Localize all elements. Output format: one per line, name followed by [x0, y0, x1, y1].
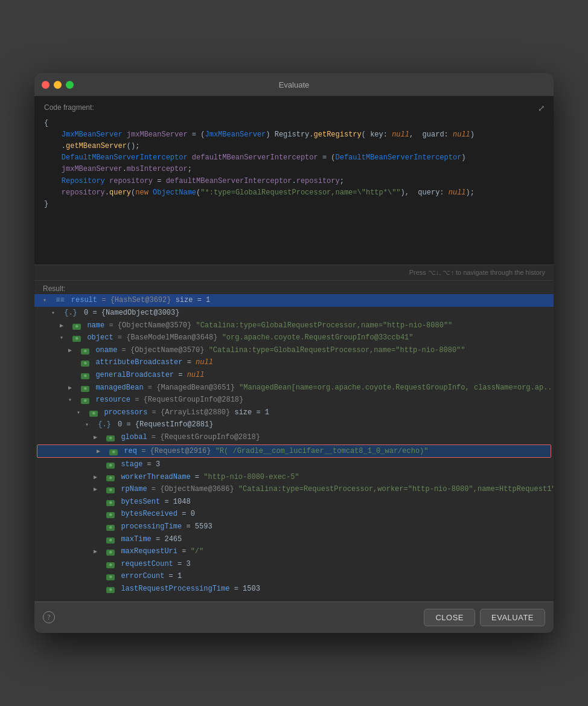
evaluate-button[interactable]: EVALUATE — [480, 609, 545, 626]
result-label: Result: — [34, 281, 554, 294]
tag-icon-mb: ⊛ — [81, 386, 89, 392]
tree-node-resource[interactable]: ▾ ⊛ resource = {RequestGroupInfo@2818} — [34, 394, 554, 406]
tree-node-req[interactable]: ▶ ⊛ req = {Request@2916} "R( /Gradle__co… — [37, 444, 551, 458]
tree-node-0[interactable]: ▾ {.} 0 = {NamedObject@3003} — [34, 307, 554, 319]
code-fragment-label: Code fragment: — [44, 102, 544, 114]
tree-node-processors[interactable]: ▾ ⊛ processors = {ArrayList@2880} size =… — [34, 406, 554, 419]
expand-tri-resource[interactable]: ▾ — [68, 396, 77, 405]
tag-icon-gb: ⊛ — [81, 373, 89, 379]
tag-icon-pt: ⊛ — [106, 525, 115, 531]
equals-icon: ≡≡ — [56, 296, 64, 304]
tag-icon-req: ⊛ — [109, 449, 118, 455]
tree-node-bytessent[interactable]: ⊛ bytesSent = 1048 — [34, 496, 554, 509]
expand-tri-0[interactable]: ▾ — [51, 309, 60, 318]
tree-node-rpname[interactable]: ▶ ⊛ rpName = {ObjectName@3686} "Catalina… — [34, 483, 554, 496]
tree-node-processingtime[interactable]: ⊛ processingTime = 5593 — [34, 521, 554, 533]
tree-node-name[interactable]: ▶ ⊛ name = {ObjectName@3570} "Catalina:t… — [34, 319, 554, 332]
tag-icon-br: ⊛ — [106, 512, 115, 518]
code-line-5: jmxMBeanServer.mbsInterceptor; — [44, 164, 544, 175]
tree-node-attributebroadcaster[interactable]: ⊛ attributeBroadcaster = null — [34, 356, 554, 369]
code-line-7: repository.query(new ObjectName("*:type=… — [44, 187, 544, 199]
tree-node-global[interactable]: ▶ ⊛ global = {RequestGroupInfo@2818} — [34, 431, 554, 444]
tag-icon-ab: ⊛ — [81, 361, 89, 367]
result-tree[interactable]: ▾ ≡≡ result = {HashSet@3692} size = 1 ▾ … — [34, 294, 554, 601]
expand-tri-stage — [94, 460, 102, 470]
tag-icon-oname: ⊛ — [81, 348, 89, 355]
expand-tri-mb[interactable]: ▶ — [68, 383, 77, 393]
expand-icon[interactable]: ⤢ — [538, 102, 545, 115]
expand-tri-req[interactable]: ▶ — [97, 447, 105, 457]
tag-icon-rc: ⊛ — [106, 562, 115, 568]
expand-tri-ab — [68, 358, 77, 368]
minimize-window-button[interactable] — [54, 81, 62, 89]
tree-node-maxrequesturi[interactable]: ▶ ⊛ maxRequestUri = "/" — [34, 545, 554, 558]
tree-node-generalbroadcaster[interactable]: ⊛ generalBroadcaster = null — [34, 369, 554, 382]
expand-tri-mt — [94, 535, 102, 545]
code-line-8: } — [44, 199, 544, 210]
obj-icon-ri: {.} — [98, 420, 111, 429]
tag-icon-rpname: ⊛ — [106, 487, 115, 493]
expand-tri-object[interactable]: ▾ — [60, 333, 68, 343]
expand-tri-oname[interactable]: ▶ — [68, 346, 77, 356]
expand-tri-mru[interactable]: ▶ — [94, 547, 102, 557]
expand-tri-ec — [94, 572, 102, 582]
expand-tri-processors[interactable]: ▾ — [77, 408, 85, 418]
tag-icon-object: ⊛ — [72, 336, 81, 342]
tree-node-stage[interactable]: ⊛ stage = 3 — [34, 458, 554, 471]
tag-icon-processors: ⊛ — [89, 411, 98, 417]
tree-node-requestinfo[interactable]: ▾ {.} 0 = {RequestInfo@2881} — [34, 419, 554, 431]
tag-icon-name: ⊛ — [72, 324, 81, 330]
code-line-3: .getMBeanServer(); — [44, 141, 544, 152]
expand-tri-rc — [94, 560, 102, 570]
code-line-2: JmxMBeanServer jmxMBeanServer = (JmxMBea… — [44, 129, 544, 141]
code-line-4: DefaultMBeanServerInterceptor defaultMBe… — [44, 152, 544, 164]
obj-icon-0: {.} — [64, 309, 77, 317]
tree-node-errorcount[interactable]: ⊛ errorCount = 1 — [34, 570, 554, 583]
tag-icon-resource: ⊛ — [81, 398, 89, 404]
expand-tri-rpname[interactable]: ▶ — [94, 485, 102, 495]
tree-node-bytesreceived[interactable]: ⊛ bytesReceived = 0 — [34, 508, 554, 521]
code-fragment-area[interactable]: Code fragment: ⤢ { JmxMBeanServer jmxMBe… — [34, 96, 554, 265]
tree-node-object[interactable]: ▾ ⊛ object = {BaseModelMBean@3648} "org.… — [34, 332, 554, 344]
window-title: Evaluate — [279, 80, 310, 89]
tree-node-requestcount[interactable]: ⊛ requestCount = 3 — [34, 558, 554, 571]
tag-icon-mt: ⊛ — [106, 538, 115, 544]
tag-icon-ec: ⊛ — [106, 574, 115, 580]
expand-tri-name[interactable]: ▶ — [60, 321, 68, 331]
expand-tri-wtn[interactable]: ▶ — [94, 473, 102, 483]
tag-icon-stage: ⊛ — [106, 463, 115, 469]
evaluate-dialog: Evaluate Code fragment: ⤢ { JmxMBeanServ… — [34, 73, 554, 632]
tag-icon-mru: ⊛ — [106, 550, 115, 556]
tag-icon-bs: ⊛ — [106, 500, 115, 506]
window-controls — [42, 81, 74, 89]
close-window-button[interactable] — [42, 81, 50, 89]
expand-tri-br — [94, 510, 102, 519]
tag-icon-lrpt: ⊛ — [106, 587, 115, 593]
bottom-bar: ? CLOSE EVALUATE — [34, 602, 554, 633]
close-button[interactable]: CLOSE — [424, 609, 475, 626]
tree-node-managedbean[interactable]: ▶ ⊛ managedBean = {ManagedBean@3651} "Ma… — [34, 382, 554, 394]
tree-node-maxtime[interactable]: ⊛ maxTime = 2465 — [34, 533, 554, 546]
tree-node-lastprocessingtime[interactable]: ⊛ lastRequestProcessingTime = 1503 — [34, 583, 554, 595]
titlebar: Evaluate — [34, 73, 554, 96]
expand-tri-root[interactable]: ▾ — [43, 296, 51, 306]
expand-tri-global[interactable]: ▶ — [94, 433, 102, 443]
expand-tri-bs — [94, 498, 102, 507]
tree-node-workerthreadname[interactable]: ▶ ⊛ workerThreadName = "http-nio-8080-ex… — [34, 471, 554, 484]
tag-icon-global: ⊛ — [106, 435, 115, 441]
history-hint: Press ⌥↓, ⌥↑ to navigate through the his… — [34, 265, 554, 281]
action-buttons: CLOSE EVALUATE — [424, 609, 545, 626]
help-button[interactable]: ? — [43, 611, 55, 623]
tree-root[interactable]: ▾ ≡≡ result = {HashSet@3692} size = 1 — [34, 294, 554, 307]
expand-tri-ri[interactable]: ▾ — [85, 420, 94, 430]
code-line-6: Repository repository = defaultMBeanServ… — [44, 176, 544, 187]
expand-tri-gb — [68, 371, 77, 380]
expand-tri-pt — [94, 522, 102, 532]
code-line-1: { — [44, 118, 544, 129]
maximize-window-button[interactable] — [66, 81, 74, 89]
tree-node-oname[interactable]: ▶ ⊛ oname = {ObjectName@3570} "Catalina:… — [34, 344, 554, 357]
expand-tri-lrpt — [94, 585, 102, 594]
tag-icon-wtn: ⊛ — [106, 475, 115, 481]
